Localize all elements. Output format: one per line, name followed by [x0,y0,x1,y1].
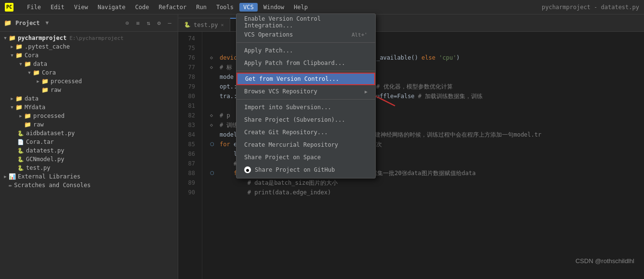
list-item[interactable]: ▶ 📁 data [0,94,178,103]
app-logo: PC [5,3,13,12]
list-item[interactable]: ▼ 📁 Cora [0,68,178,77]
list-item[interactable]: ▶ 🐍 test.py [0,164,178,172]
menu-help[interactable]: Help [290,3,312,12]
expand-all-icon[interactable]: ⇅ [144,19,153,27]
menu-item-share-subversion[interactable]: Share Project (Subversion)... [237,114,375,126]
menu-item-vcs-operations[interactable]: VCS Operations Alt+' [237,28,375,41]
menu-vcs[interactable]: VCS [239,3,258,12]
project-panel: 📁 Project ▼ ⊙ ≡ ⇅ ⚙ — ▼ 📁 pycharmproject… [0,14,178,279]
menu-navigate[interactable]: Navigate [94,3,130,12]
menu-item-import-subversion[interactable]: Import into Subversion... [237,101,375,114]
list-item[interactable]: ▶ 📁 .pytest_cache [0,42,178,51]
list-item[interactable]: ▶ 📁 raw [0,86,178,94]
menu-view[interactable]: View [70,3,92,12]
list-item[interactable]: ▶ 📊 External Libraries [0,172,178,181]
menu-run[interactable]: Run [192,3,210,12]
menu-edit[interactable]: Edit [47,3,68,12]
list-item[interactable]: ▶ 📄 Cora.tar [0,138,178,146]
tree-root[interactable]: ▼ 📁 pycharmproject E:\pycharmproject [0,34,178,42]
menu-item-get-from-vcs[interactable]: Get from Version Control... [237,73,375,85]
scratches-and-consoles[interactable]: ▶ ✏️ Scratches and Consoles [0,181,178,190]
list-item[interactable]: ▼ 📁 Cora [0,51,178,60]
file-tree: ▼ 📁 pycharmproject E:\pycharmproject ▶ 📁… [0,32,178,279]
menu-separator [237,99,375,100]
menu-item-create-mercurial[interactable]: Create Mercurial Repository [237,139,375,151]
list-item[interactable]: ▶ 🐍 datatest.py [0,146,178,155]
menu-tools[interactable]: Tools [212,3,237,12]
list-item[interactable]: ▼ 📁 MYdata [0,103,178,112]
code-line-90: # print(data.edge_index) [210,188,644,197]
panel-header-icons: ⊙ ≡ ⇅ ⚙ — [123,19,174,27]
list-item[interactable]: ▶ 📁 processed [0,112,178,120]
menu-file[interactable]: File [23,3,45,12]
list-item[interactable]: ▶ 🐍 GCNmodel.py [0,155,178,164]
menu-bar: File Edit View Navigate Code Refactor Ru… [23,3,312,12]
python-file-icon: 🐍 [184,22,191,28]
menu-separator [237,42,375,43]
menu-window[interactable]: Window [260,3,288,12]
panel-header: 📁 Project ▼ ⊙ ≡ ⇅ ⚙ — [0,14,178,32]
list-item[interactable]: ▶ 📁 processed [0,77,178,86]
github-icon: ● [244,166,251,173]
collapse-all-icon[interactable]: ≡ [133,19,142,27]
window-title: pycharmproject - datatest.py [542,4,639,11]
list-item[interactable]: ▶ 📁 raw [0,120,178,129]
menu-item-apply-patch[interactable]: Apply Patch... [237,44,375,57]
code-line-89: # data是batch_size图片的大小 [210,178,644,188]
menu-item-share-github[interactable]: ● Share Project on GitHub [237,164,375,176]
watermark: CSDN @rothschildlhl [576,257,634,265]
panel-title: Project [15,20,40,26]
menu-item-enable-vcs[interactable]: Enable Version Control Integration... [237,16,375,28]
settings-icon[interactable]: ⚙ [155,19,163,27]
tab-close-icon[interactable]: ✕ [221,22,224,27]
list-item[interactable]: ▼ 📁 data [0,60,178,68]
menu-separator [237,71,375,71]
list-item[interactable]: ▶ 🐍 aidbdataset.py [0,129,178,138]
title-bar: PC File Edit View Navigate Code Refactor… [0,0,644,14]
menu-code[interactable]: Code [131,3,153,12]
tab-test-py[interactable]: 🐍 test.py ✕ [178,18,230,31]
menu-refactor[interactable]: Refactor [155,3,190,12]
hide-panel-icon[interactable]: — [165,19,174,27]
menu-item-apply-patch-clipboard[interactable]: Apply Patch from Clipboard... [237,57,375,69]
locate-file-icon[interactable]: ⊙ [123,19,131,27]
line-numbers: 74 75 76 77 78 79 80 81 82 83 84 85 86 8… [178,32,202,279]
vcs-dropdown-menu: Enable Version Control Integration... VC… [236,13,376,178]
menu-item-share-space[interactable]: Share Project on Space [237,151,375,164]
menu-item-create-git[interactable]: Create Git Repository... [237,126,375,139]
menu-item-browse-vcs[interactable]: Browse VCS Repository ▶ [237,85,375,98]
